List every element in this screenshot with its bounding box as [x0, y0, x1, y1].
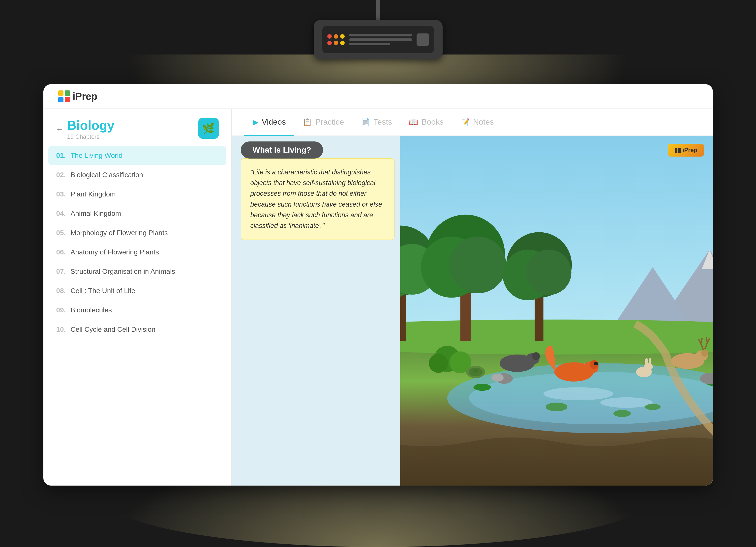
- proj-dot-yellow2: [340, 41, 345, 45]
- logo-container: iPrep: [58, 90, 97, 102]
- proj-dot-orange: [334, 34, 338, 39]
- subject-subtitle: 19 Chapters: [67, 133, 115, 140]
- projector-lines: [349, 34, 412, 45]
- chapter-num-5: 05.: [56, 229, 69, 237]
- chapter-item-9[interactable]: 09. Biomolecules: [48, 301, 226, 319]
- books-icon: 📖: [409, 118, 418, 126]
- chapter-title-2: Biological Classification: [71, 171, 143, 179]
- nature-scene: [400, 136, 713, 486]
- chapter-item-6[interactable]: 06. Anatomy of Flowering Plants: [48, 243, 226, 262]
- info-card-text: "Life is a characteristic that distingui…: [250, 167, 385, 231]
- tests-label: Tests: [373, 117, 392, 127]
- chapter-item-5[interactable]: 05. Morphology of Flowering Plants: [48, 224, 226, 242]
- chapter-item-4[interactable]: 04. Animal Kingdom: [48, 204, 226, 223]
- chapter-num-8: 08.: [56, 287, 69, 295]
- chapter-num-1: 01.: [56, 152, 69, 160]
- tests-icon: 📄: [361, 118, 370, 126]
- chapter-item-7[interactable]: 07. Structural Organisation in Animals: [48, 262, 226, 281]
- chapter-title-6: Anatomy of Flowering Plants: [71, 248, 159, 256]
- video-title-badge: What is Living?: [241, 142, 323, 159]
- chapter-item-3[interactable]: 03. Plant Kingdom: [48, 185, 226, 204]
- chapter-title-8: Cell : The Unit of Life: [71, 287, 135, 295]
- chapter-num-9: 09.: [56, 306, 69, 314]
- svg-point-56: [473, 369, 478, 373]
- subject-title: Biology: [67, 118, 115, 133]
- video-area: What is Living? ▮▮ iPrep "Life is a char…: [232, 136, 713, 486]
- svg-point-59: [645, 404, 660, 410]
- logo-icon: [58, 90, 70, 102]
- video-title-bar: What is Living? ▮▮ iPrep: [232, 136, 713, 164]
- projector-panel: [322, 26, 434, 53]
- svg-point-41: [532, 352, 540, 360]
- chapter-title-9: Biomolecules: [71, 306, 112, 314]
- chapter-num-10: 10.: [56, 325, 69, 333]
- projector-dots: [327, 34, 345, 45]
- chapter-item-1[interactable]: 01. The Living World: [48, 146, 226, 165]
- chapter-title-3: Plant Kingdom: [71, 190, 116, 198]
- chapter-list: 01. The Living World 02. Biological Clas…: [43, 146, 231, 339]
- svg-point-48: [649, 358, 651, 366]
- chapter-num-7: 07.: [56, 268, 69, 275]
- proj-dot-yellow: [340, 34, 345, 39]
- chapter-num-4: 04.: [56, 210, 69, 218]
- projector-body: [314, 20, 443, 59]
- tab-notes[interactable]: 📝 Notes: [452, 109, 502, 136]
- svg-point-23: [449, 237, 506, 293]
- svg-point-11: [600, 397, 653, 408]
- tab-books[interactable]: 📖 Books: [400, 109, 452, 136]
- videos-icon: ▶: [253, 118, 258, 126]
- chapter-title-10: Cell Cycle and Cell Division: [71, 325, 155, 333]
- logo-text: iPrep: [73, 91, 97, 102]
- practice-label: Practice: [315, 117, 344, 127]
- svg-point-38: [594, 362, 598, 365]
- proj-dot-red: [327, 34, 332, 39]
- chapter-num-2: 02.: [56, 171, 69, 179]
- svg-point-27: [526, 250, 571, 295]
- info-card: "Life is a characteristic that distingui…: [241, 158, 394, 240]
- tab-tests[interactable]: 📄 Tests: [352, 109, 400, 136]
- iprep-badge: ▮▮ iPrep: [668, 144, 704, 157]
- tab-videos[interactable]: ▶ Videos: [244, 109, 294, 136]
- screen-container: iPrep ← Biology 19 Chapters 🌿: [43, 84, 713, 486]
- chapter-title-5: Morphology of Flowering Plants: [71, 229, 168, 237]
- sidebar: ← Biology 19 Chapters 🌿 01. The Living W…: [43, 109, 232, 486]
- svg-point-30: [429, 353, 448, 373]
- svg-point-10: [543, 387, 613, 400]
- tab-practice[interactable]: 📋 Practice: [294, 109, 353, 136]
- books-label: Books: [422, 117, 444, 127]
- subject-info: Biology 19 Chapters: [67, 118, 115, 140]
- app-content: ← Biology 19 Chapters 🌿 01. The Living W…: [43, 109, 713, 486]
- notes-icon: 📝: [460, 118, 470, 126]
- videos-label: Videos: [262, 117, 286, 127]
- svg-point-57: [545, 402, 567, 411]
- sidebar-header: ← Biology 19 Chapters 🌿: [43, 109, 231, 146]
- svg-point-58: [613, 410, 631, 417]
- svg-point-47: [645, 358, 648, 367]
- svg-point-33: [473, 384, 491, 391]
- back-nav: ← Biology 19 Chapters: [56, 118, 115, 140]
- proj-dot-orange2: [334, 41, 338, 45]
- svg-point-62: [491, 373, 503, 381]
- projector-screen-icon: [417, 33, 429, 46]
- chapter-item-2[interactable]: 02. Biological Classification: [48, 166, 226, 184]
- chapter-title-4: Animal Kingdom: [71, 210, 121, 218]
- practice-icon: 📋: [303, 118, 312, 126]
- proj-dot-red2: [327, 41, 332, 45]
- chapter-num-3: 03.: [56, 190, 69, 198]
- tabs-bar: ▶ Videos 📋 Practice 📄 Tests 📖 Books 📝: [232, 109, 713, 136]
- chapter-item-10[interactable]: 10. Cell Cycle and Cell Division: [48, 320, 226, 339]
- svg-point-44: [701, 349, 708, 356]
- chapter-item-8[interactable]: 08. Cell : The Unit of Life: [48, 281, 226, 300]
- subject-icon: 🌿: [198, 118, 219, 139]
- chapter-title-7: Structural Organisation in Animals: [71, 268, 175, 275]
- app-header: iPrep: [43, 84, 713, 109]
- main-content: ▶ Videos 📋 Practice 📄 Tests 📖 Books 📝: [232, 109, 713, 486]
- back-arrow-icon[interactable]: ←: [56, 125, 64, 134]
- notes-label: Notes: [473, 117, 494, 127]
- chapter-num-6: 06.: [56, 248, 69, 256]
- chapter-title-1: The Living World: [71, 152, 123, 160]
